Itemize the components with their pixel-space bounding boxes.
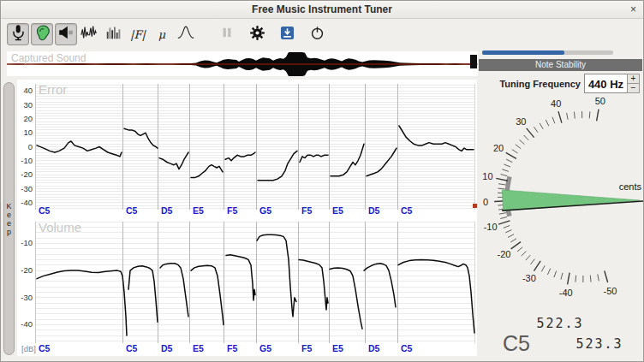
charts-panel: Error Volume 403020100-10-20-30-40C5C5D5… [17, 80, 477, 356]
power-icon [309, 25, 325, 45]
save-export-icon [279, 25, 295, 45]
svg-text:E5: E5 [332, 343, 343, 353]
svg-text:-50: -50 [603, 286, 617, 296]
svg-text:40: 40 [551, 98, 561, 109]
svg-text:-40: -40 [21, 319, 33, 329]
mu-icon: μ [158, 28, 165, 41]
svg-text:cents: cents [619, 181, 642, 192]
toolbar: |F| μ [1, 19, 643, 50]
svg-text:D5: D5 [161, 205, 173, 216]
pause-button[interactable] [216, 23, 238, 45]
svg-text:F5: F5 [301, 343, 312, 353]
tuning-frequency-input[interactable]: 440 Hz [584, 74, 628, 93]
fourier-icon: |F| [130, 28, 146, 41]
svg-text:E5: E5 [193, 343, 204, 353]
svg-text:C5: C5 [126, 205, 138, 216]
svg-text:20: 20 [493, 143, 504, 153]
svg-text:10: 10 [23, 128, 33, 137]
svg-text:30: 30 [23, 100, 33, 110]
svg-text:-20: -20 [21, 169, 33, 179]
power-button[interactable] [306, 23, 328, 45]
note-stability-bar [482, 50, 613, 55]
captured-sound-panel: Captured Sound [7, 51, 478, 76]
svg-text:F5: F5 [301, 205, 312, 216]
svg-text:0: 0 [28, 142, 33, 151]
tuning-decrease-button[interactable]: − [627, 83, 640, 93]
settings-button[interactable] [246, 23, 268, 45]
svg-text:F5: F5 [227, 343, 237, 353]
error-cursor-marker [473, 204, 477, 208]
captured-sound-label: Captured Sound [11, 52, 86, 64]
svg-text:10: 10 [482, 171, 492, 181]
measured-frequency-display: 522.3 [534, 316, 587, 331]
svg-text:C5: C5 [401, 343, 413, 353]
svg-text:D5: D5 [368, 343, 380, 353]
fourier-view-button[interactable]: |F| [127, 23, 149, 45]
svg-text:-30: -30 [522, 273, 536, 283]
speaker-icon [57, 23, 75, 45]
window-title: Free Music Instrument Tuner [1, 3, 643, 15]
listen-button[interactable] [31, 23, 53, 45]
svg-text:30: 30 [516, 116, 526, 127]
title-bar: Free Music Instrument Tuner × [1, 1, 643, 19]
svg-text:50: 50 [595, 96, 605, 106]
microphone-icon [9, 23, 27, 45]
svg-text:[dB]: [dB] [21, 344, 36, 353]
waveform-icon [80, 23, 99, 45]
svg-text:F5: F5 [227, 205, 237, 216]
svg-text:C5: C5 [39, 205, 51, 216]
histogram-icon [104, 23, 123, 45]
volume-chart-title: Volume [39, 220, 81, 234]
spectrum-view-button[interactable] [103, 23, 125, 45]
keep-button[interactable]: Keep [3, 82, 15, 355]
svg-text:-10: -10 [21, 238, 33, 247]
keep-label: Keep [6, 202, 11, 236]
svg-text:C5: C5 [126, 343, 138, 353]
save-button[interactable] [276, 23, 298, 45]
ear-icon [33, 23, 51, 45]
svg-text:D5: D5 [368, 205, 380, 216]
svg-text:E5: E5 [332, 205, 343, 216]
svg-text:-10: -10 [21, 156, 33, 165]
svg-text:C5: C5 [39, 343, 51, 353]
speaker-mute-button[interactable] [55, 23, 77, 45]
tuner-window: Free Music Instrument Tuner × |F| μ [0, 0, 644, 362]
note-stability-fill [482, 50, 564, 55]
svg-text:E5: E5 [193, 205, 204, 216]
svg-text:G5: G5 [259, 205, 271, 216]
mu-view-button[interactable]: μ [151, 23, 173, 45]
svg-text:-20: -20 [21, 265, 33, 275]
detected-note-display: C5 [503, 331, 530, 356]
volume-chart: -10-20-30-40[dB]C5C5D5E5F5G5F5E5D5C5 [17, 217, 477, 356]
tuning-frequency-label: Tuning Frequency [478, 79, 581, 89]
svg-text:20: 20 [23, 114, 33, 123]
target-frequency-display: 523.3 [573, 336, 626, 352]
error-chart: 403020100-10-20-30-40C5C5D5E5F5G5F5E5D5C… [17, 80, 477, 217]
svg-text:-30: -30 [21, 184, 33, 193]
svg-text:-30: -30 [21, 293, 33, 302]
cents-gauge: -50-40-30-20-1001020304050cents [478, 95, 644, 311]
gaussian-view-button[interactable] [175, 23, 197, 45]
note-stability-header: Note Stability [479, 59, 642, 71]
pause-icon [219, 25, 235, 44]
microphone-button[interactable] [7, 23, 29, 45]
svg-text:G5: G5 [259, 343, 271, 353]
svg-text:C5: C5 [401, 205, 413, 216]
waveform-view-button[interactable] [79, 23, 101, 45]
error-chart-title: Error [39, 82, 67, 97]
bell-curve-icon [176, 23, 195, 45]
svg-text:-10: -10 [484, 222, 498, 232]
svg-text:-40: -40 [21, 198, 33, 207]
svg-text:40: 40 [23, 86, 33, 95]
svg-text:-20: -20 [498, 249, 511, 259]
gear-icon [248, 24, 266, 45]
svg-text:D5: D5 [161, 343, 173, 353]
svg-text:-40: -40 [559, 288, 573, 298]
close-button[interactable]: × [630, 3, 636, 15]
svg-text:0: 0 [483, 197, 488, 207]
